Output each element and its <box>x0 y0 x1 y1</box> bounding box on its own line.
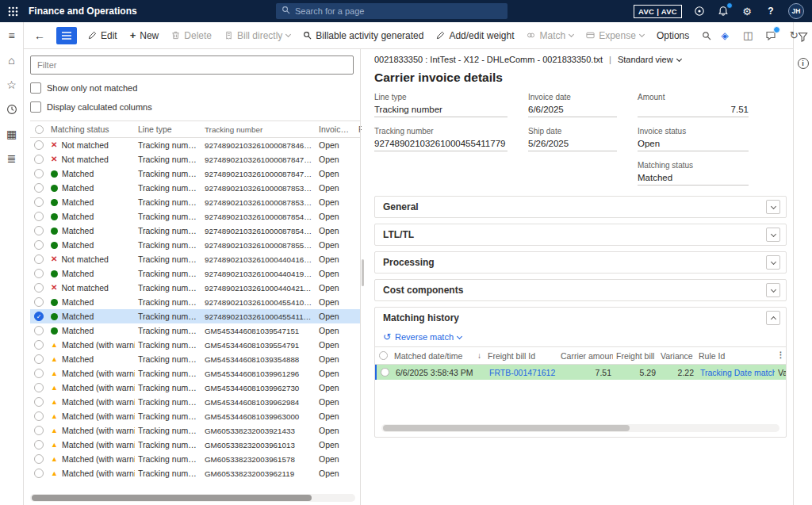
field-value[interactable]: 7.51 <box>638 103 749 117</box>
line-row[interactable]: ▲Matched (with warnings)Tracking numberG… <box>30 466 360 480</box>
section-header-cost-components[interactable]: Cost components <box>375 280 786 300</box>
panel-toggle-button[interactable] <box>56 27 77 44</box>
field-value[interactable]: Matched <box>638 171 749 186</box>
column-header-tracking-number[interactable]: Tracking number <box>201 125 316 134</box>
mh-column-matched-date-time[interactable]: Matched date/time↓ <box>391 351 485 361</box>
info-icon[interactable]: i <box>798 58 809 69</box>
section-header-general[interactable]: General <box>375 197 786 217</box>
expand-section-button[interactable] <box>766 255 780 270</box>
bell-icon[interactable] <box>717 5 730 17</box>
line-row[interactable]: ▲Matched (with warnings)Tracking numberG… <box>30 366 360 381</box>
row-checkbox[interactable] <box>34 183 44 193</box>
line-row[interactable]: ▲Matched (with warnings)Tracking numberG… <box>30 395 360 409</box>
row-checkbox[interactable] <box>34 411 44 421</box>
expand-section-button[interactable] <box>766 200 780 214</box>
horizontal-scrollbar[interactable] <box>30 494 355 502</box>
home-icon[interactable]: ⌂ <box>5 53 19 67</box>
scrollbar-thumb[interactable] <box>32 495 312 501</box>
freight-bill-id-link[interactable]: FRTB-001471612 <box>486 368 559 377</box>
row-checkbox[interactable] <box>34 283 44 293</box>
line-row[interactable]: MatchedTracking number927489021032610004… <box>30 295 360 309</box>
show-only-not-matched-checkbox[interactable]: Show only not matched <box>30 82 360 94</box>
column-options-icon[interactable]: ⋮ <box>773 350 784 359</box>
splitter-handle[interactable] <box>362 259 364 286</box>
collapse-section-button[interactable] <box>766 311 780 325</box>
row-checkbox[interactable] <box>34 269 44 278</box>
row-checkbox[interactable] <box>34 169 44 178</box>
row-checkbox[interactable] <box>34 369 44 378</box>
gear-icon[interactable]: ⚙ <box>741 5 753 17</box>
recent-clock-icon[interactable] <box>5 102 19 117</box>
waffle-menu-icon[interactable] <box>5 3 21 19</box>
expand-section-button[interactable] <box>766 283 780 297</box>
line-row[interactable]: MatchedTracking number927489021032610000… <box>30 224 360 238</box>
line-row[interactable]: MatchedTracking number927489021032610000… <box>30 181 360 195</box>
row-checkbox[interactable] <box>34 197 44 207</box>
row-checkbox[interactable] <box>34 240 44 250</box>
row-checkbox[interactable] <box>34 140 44 150</box>
toolbar-match-button[interactable]: Match <box>521 27 579 44</box>
line-row[interactable]: ▲Matched (with warnings)Tracking numberG… <box>30 423 360 438</box>
row-checkbox[interactable] <box>34 297 44 307</box>
column-header-invoice-status[interactable]: Invoice status <box>316 124 355 134</box>
avatar[interactable]: JH <box>788 3 804 19</box>
line-row[interactable]: ✕Not matchedTracking number9274890210326… <box>30 252 360 266</box>
line-row[interactable]: MatchedTracking number927489021032610000… <box>30 209 360 224</box>
mh-row[interactable]: 6/6/2025 3:58:43 PMFRTB-0014716127.515.2… <box>375 365 786 380</box>
row-checkbox[interactable] <box>34 440 44 450</box>
line-row[interactable]: ✕Not matchedTracking number9274890210326… <box>30 281 360 295</box>
toolbar-edit-button[interactable]: Edit <box>82 27 123 44</box>
rule-id-link[interactable]: Tracking Date match <box>697 368 775 377</box>
display-calculated-columns-checkbox[interactable]: Display calculated columns <box>30 101 360 113</box>
field-value[interactable]: 6/6/2025 <box>528 103 617 117</box>
toolbar-delete-button[interactable]: Delete <box>166 27 217 44</box>
line-row[interactable]: MatchedTracking number927489021032610004… <box>30 266 360 281</box>
section-header-processing[interactable]: Processing <box>375 252 786 273</box>
field-value[interactable]: 92748902103261000455411779 <box>374 137 508 151</box>
toolbar-add-edit-weight-button[interactable]: Add/edit weight <box>431 27 519 44</box>
toolbar-search-icon[interactable] <box>696 29 717 43</box>
line-row[interactable]: MatchedTracking number927489021032610000… <box>30 238 360 252</box>
row-checkbox[interactable] <box>34 326 44 335</box>
reverse-match-button[interactable]: ↺ Reverse match <box>383 332 462 342</box>
column-header-line-type[interactable]: Line type <box>135 124 201 134</box>
field-value[interactable]: 5/26/2025 <box>528 137 617 151</box>
row-checkbox[interactable] <box>34 354 44 364</box>
refresh-icon[interactable]: ↻ <box>787 29 800 42</box>
row-checkbox[interactable]: ✓ <box>34 312 44 321</box>
field-value[interactable]: Open <box>638 137 749 151</box>
mh-column-freight-bill[interactable]: Freight bill <box>613 351 657 361</box>
back-button[interactable]: ← <box>29 27 51 44</box>
matching-history-header[interactable]: Matching history <box>375 308 786 328</box>
line-row[interactable]: MatchedTracking number927489021032610000… <box>30 195 360 209</box>
copilot-icon[interactable] <box>693 5 706 17</box>
line-row[interactable]: ✕Not matchedTracking number9274890210326… <box>30 152 360 166</box>
line-row[interactable]: ▲Matched (with warnings)Tracking numberG… <box>30 438 360 452</box>
toolbar-expense-button[interactable]: Expense <box>580 27 649 44</box>
mh-select-all[interactable] <box>375 351 391 360</box>
filter-input[interactable] <box>30 55 354 75</box>
line-row[interactable]: ▲MatchedTracking numberGM545344608103935… <box>30 352 360 366</box>
toolbar-new-button[interactable]: +New <box>124 27 165 44</box>
row-checkbox[interactable] <box>34 340 44 350</box>
mh-column-variance[interactable]: Variance <box>657 351 695 361</box>
sort-descending-icon[interactable]: ↓ <box>477 351 481 360</box>
row-checkbox[interactable] <box>34 226 44 235</box>
toolbar-billable-activity-generated-button[interactable]: Billable activity generated <box>297 27 429 44</box>
mh-column-freight-bill-id[interactable]: Freight bill Id <box>485 351 557 361</box>
view-selector[interactable]: Standard view <box>618 55 681 64</box>
global-search-input[interactable] <box>295 6 502 16</box>
panel-splitter[interactable] <box>360 49 365 505</box>
row-checkbox[interactable] <box>34 397 44 407</box>
line-row[interactable]: ▲Matched (with warnings)Tracking numberG… <box>30 381 360 395</box>
hamburger-menu-icon[interactable]: ≡ <box>5 29 19 43</box>
line-row[interactable]: ✓MatchedTracking number92748902103261000… <box>30 309 360 323</box>
modules-grid-icon[interactable]: ▦ <box>5 127 19 141</box>
line-row[interactable]: ▲Matched (with warnings)Tracking numberG… <box>30 452 360 466</box>
mh-column-carrier-amount[interactable]: Carrier amount <box>557 351 613 361</box>
column-header-matching-status[interactable]: Matching status <box>48 124 135 134</box>
row-checkbox[interactable] <box>34 155 44 164</box>
line-row[interactable]: ✕Not matchedTracking number9274890210326… <box>30 138 360 152</box>
row-checkbox[interactable] <box>34 426 44 435</box>
row-checkbox[interactable] <box>34 254 44 264</box>
